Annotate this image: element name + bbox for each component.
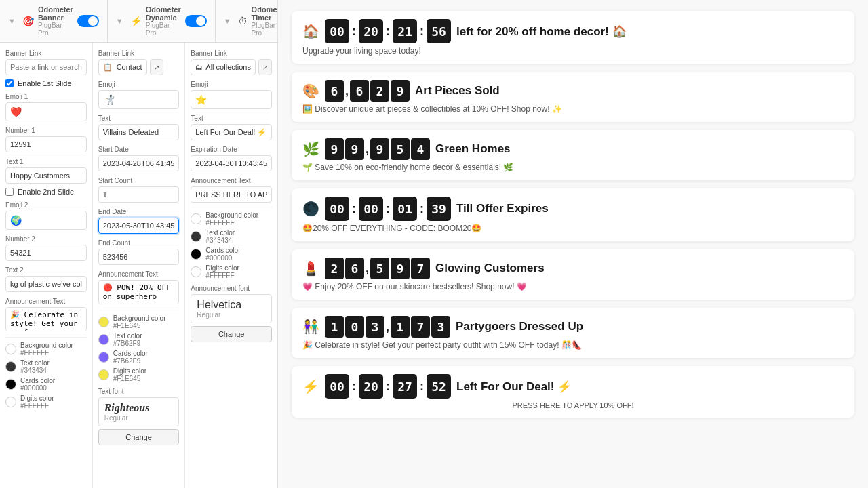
plugin-tabs: ▼ 🎯 Odometer Banner PlugBar Pro ▼ ⚡ Odom… — [0, 0, 277, 43]
widget-counter-glowing-subtitle: 💗 Enjoy 20% OFF on our skincare bestsell… — [302, 282, 844, 291]
widget-timer-deal-title: Left For Our Deal! ⚡ — [456, 380, 572, 394]
colon-deal-2: : — [386, 380, 390, 394]
col2-end-date-input[interactable] — [98, 218, 180, 234]
col1-announcement-textarea[interactable]: 🎉 Celebrate in style! Get your perfec — [5, 307, 87, 331]
col2-end-count-input[interactable] — [98, 249, 180, 265]
counter-party-1: 1 — [325, 316, 344, 338]
col3-digits-color-swatch[interactable] — [191, 266, 201, 277]
col2-end-date-label: End Date — [98, 208, 180, 216]
col2-bg-color-swatch[interactable] — [98, 317, 109, 327]
widget-counter-green: 🌿 9 9 , 9 5 4 Green Homes 🌱 Save 10% on … — [292, 130, 854, 180]
col1-enable-2nd-slide-checkbox[interactable] — [5, 188, 14, 196]
tab-odometer-banner[interactable]: ▼ 🎯 Odometer Banner PlugBar Pro — [0, 0, 108, 42]
col3-expiration-input[interactable] — [191, 155, 272, 171]
widget-counter-art-subtitle: 🖼️ Discover unique art pieces & collecti… — [302, 104, 844, 114]
tab-odometer-timer[interactable]: ▼ ⏱ Odometer Timer PlugBar Pro — [216, 0, 278, 42]
tab-title-1: Odometer Banner — [38, 5, 73, 22]
digit-deal-52: 52 — [427, 374, 451, 399]
colon-deal-1: : — [352, 380, 356, 394]
col2-link-external-btn[interactable]: ↗ — [150, 59, 163, 75]
col1-text1-input[interactable] — [5, 167, 87, 184]
col3-cards-color-hex: #000000 — [205, 254, 240, 262]
col2-text-color-hex: #7B62F9 — [113, 340, 142, 347]
col2-digits-color-swatch[interactable] — [98, 369, 109, 380]
col-timer: Banner Link 🗂 All collections ↗ Emoji ⭐ … — [185, 43, 277, 488]
col2-text-input[interactable] — [98, 124, 180, 140]
widget-timer-deal-emoji: ⚡ — [302, 378, 319, 394]
colon-offer-3: : — [420, 202, 424, 216]
col2-contact-input[interactable]: 📋 Contact — [98, 59, 147, 75]
colon-2: : — [386, 24, 390, 39]
col3-text-input[interactable] — [191, 124, 272, 140]
widget-counter-art: 🎨 6 , 6 2 9 Art Pieces Sold 🖼️ Discover … — [292, 72, 854, 122]
toggle-dynamic[interactable] — [185, 15, 207, 27]
col2-emoji-display[interactable]: 🤺 — [98, 90, 180, 109]
toggle-banner[interactable] — [77, 15, 99, 27]
col3-link-external-btn[interactable]: ↗ — [258, 59, 272, 75]
col2-change-font-btn[interactable]: Change — [98, 429, 180, 445]
settings-columns: Banner Link Enable 1st Slide Emoji 1 ❤️ … — [0, 43, 277, 488]
widget-counter-glowing-row: 💄 2 6 , 5 9 7 Glowing Customers — [302, 258, 844, 279]
col1-emoji2-display[interactable]: 🌍 — [5, 211, 87, 230]
widget-counter-art-emoji: 🎨 — [302, 83, 319, 99]
counter-party-0: 0 — [345, 316, 364, 338]
right-panel: 🏠 00 : 20 : 21 : 56 left for 20% off hom… — [278, 0, 868, 488]
col3-emoji-display[interactable]: ⭐ — [191, 90, 272, 109]
col1-number1-input[interactable] — [5, 136, 87, 152]
col1-emoji2-value: 🌍 — [10, 215, 22, 226]
counter-glow-7: 7 — [411, 258, 430, 279]
col2-text-color-label: Text color — [113, 332, 142, 340]
digit-21: 21 — [393, 19, 417, 43]
col3-digits-color-hex: #FFFFFF — [205, 272, 239, 279]
widget-counter-green-emoji: 🌿 — [302, 141, 319, 157]
col1-number2-input[interactable] — [5, 245, 87, 261]
counter-art-comma: , — [345, 84, 349, 98]
widget-timer-home-row: 🏠 00 : 20 : 21 : 56 left for 20% off hom… — [302, 19, 844, 43]
widget-counter-glowing: 💄 2 6 , 5 9 7 Glowing Customers 💗 Enjoy … — [292, 249, 854, 300]
digit-20: 20 — [359, 19, 383, 43]
col2-start-date-input[interactable] — [98, 155, 180, 171]
col3-text-color-swatch[interactable] — [191, 231, 201, 242]
col1-enable-2nd-slide-row: Enable 2nd Slide — [5, 188, 87, 196]
counter-green-9c: 9 — [370, 138, 389, 160]
widget-counter-party-emoji: 👫 — [302, 319, 319, 335]
col3-bg-color-label: Background color — [205, 211, 258, 219]
col1-emoji2-label: Emoji 2 — [5, 201, 87, 209]
col1-cards-color-swatch[interactable] — [5, 379, 16, 390]
col3-cards-color-swatch[interactable] — [191, 249, 201, 260]
col1-bg-color-hex: #FFFFFF — [20, 349, 73, 357]
widget-counter-glowing-emoji: 💄 — [302, 260, 319, 277]
widget-timer-deal: ⚡ 00 : 20 : 27 : 52 Left For Our Deal! ⚡… — [292, 366, 854, 418]
col1-enable-1st-slide-row: Enable 1st Slide — [5, 79, 87, 87]
col2-cards-color-swatch[interactable] — [98, 352, 109, 363]
col3-collections-input[interactable]: 🗂 All collections — [191, 59, 256, 75]
widget-counter-green-row: 🌿 9 9 , 9 5 4 Green Homes — [302, 138, 844, 160]
col1-banner-link-input[interactable] — [5, 59, 87, 75]
col3-text-color-hex: #343434 — [205, 237, 235, 244]
colon-1: : — [352, 24, 356, 39]
col1-bg-color-label: Background color — [20, 342, 73, 349]
col3-change-font-btn[interactable]: Change — [191, 326, 272, 342]
col1-text-color-swatch[interactable] — [5, 361, 16, 372]
col3-text-label: Text — [191, 115, 272, 122]
col1-digits-color-swatch[interactable] — [5, 396, 16, 407]
counter-party-3b: 3 — [431, 316, 450, 338]
col1-bg-color-swatch[interactable] — [5, 344, 16, 354]
col3-announcement-input[interactable] — [191, 186, 272, 203]
tab-odometer-dynamic[interactable]: ▼ ⚡ Odometer Dynamic PlugBar Pro — [108, 0, 216, 42]
col1-enable-1st-slide-checkbox[interactable] — [5, 79, 14, 87]
col1-emoji1-display[interactable]: ❤️ — [5, 102, 87, 121]
widget-timer-home-subtitle: Upgrade your living space today! — [302, 46, 844, 56]
col3-bg-color-swatch[interactable] — [191, 214, 201, 224]
col3-digits-color-label: Digits color — [205, 264, 239, 272]
digit-offer-01: 01 — [393, 197, 417, 221]
col2-start-count-input[interactable] — [98, 186, 180, 203]
col2-emoji-label: Emoji — [98, 81, 180, 88]
col2-digits-color-label: Digits color — [113, 367, 146, 375]
col2-text-color-swatch[interactable] — [98, 334, 109, 345]
col2-cards-color-row: Cards color #7B62F9 — [98, 350, 180, 365]
col2-announcement-textarea[interactable]: 🔴 POW! 20% OFF on superhero merc — [98, 280, 180, 304]
col1-cards-color-hex: #000000 — [20, 384, 55, 392]
digit-offer-00b: 00 — [359, 197, 383, 221]
col1-text2-input[interactable] — [5, 276, 87, 292]
